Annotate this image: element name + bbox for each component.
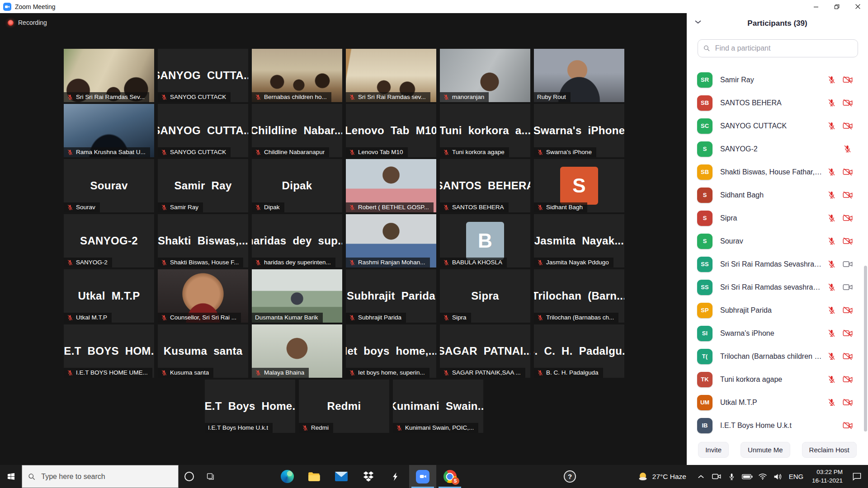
edge-button[interactable]	[274, 465, 301, 488]
participant-row[interactable]: SPSubhrajit Parida	[687, 299, 868, 322]
chevron-down-icon[interactable]	[694, 19, 702, 24]
video-tile[interactable]: Trilochan (Barn... Trilochan (Barnabas c…	[534, 269, 624, 323]
participant-search-input[interactable]	[714, 44, 852, 53]
video-tile[interactable]: Dusmanta Kumar Barik	[252, 269, 342, 323]
tile-name-text: Counsellor, Sri Sri Rai ...	[170, 314, 236, 321]
taskbar-search-box[interactable]	[22, 465, 179, 488]
participant-row[interactable]: SISwarna's iPhone	[687, 322, 868, 345]
tile-name-label: Dusmanta Kumar Barik	[252, 313, 323, 323]
tray-battery[interactable]	[740, 465, 755, 488]
video-tile[interactable]: Malaya Bhaina	[252, 324, 342, 378]
video-tile[interactable]: SAGAR PATNAI... SAGAR PATNAIK,SAA ...	[440, 324, 530, 378]
tray-meet-now[interactable]	[709, 465, 724, 488]
tile-name-label: SANTOS BEHERA	[440, 202, 509, 212]
tile-name-text: Sri Sri Rai Ramdas Sev...	[76, 94, 145, 100]
participant-row[interactable]: SBSANTOS BEHERA	[687, 91, 868, 114]
video-tile[interactable]: SANYOG CUTTA... SANYOG CUTTACK	[158, 49, 248, 102]
video-tile[interactable]: Samir Ray Samir Ray	[158, 159, 248, 212]
video-tile[interactable]: Shakti Biswas,... Shakti Biswas, House F…	[158, 214, 248, 267]
participant-row[interactable]: SRSamir Ray	[687, 68, 868, 91]
video-tile[interactable]: Lenovo Tab M10 Lenovo Tab M10	[346, 104, 436, 157]
restore-button[interactable]	[826, 0, 847, 13]
video-tile[interactable]: I.E.T BOYS HOM... I.E.T BOYS HOME UME...	[64, 324, 154, 378]
chrome-taskbar-button[interactable]: S	[436, 465, 463, 488]
video-tile[interactable]: Rashmi Ranjan Mohan...	[346, 214, 436, 267]
video-tile[interactable]: Kunimani Swain... Kunimani Swain, POIC,.…	[393, 380, 483, 433]
participant-row[interactable]: IBI.E.T Boys Home U.k.t	[687, 414, 868, 437]
video-tile[interactable]: Rama Krushna Sabat U...	[64, 104, 154, 157]
video-tile-active-speaker[interactable]: Ruby Rout	[534, 49, 624, 102]
participant-row[interactable]: SCSANYOG CUTTACK	[687, 114, 868, 137]
tray-wifi[interactable]	[755, 465, 770, 488]
tile-name-text: I.E.T BOYS HOME UME...	[76, 369, 148, 376]
minimize-button[interactable]	[806, 0, 826, 13]
video-tile[interactable]: Sipra Sipra	[440, 269, 530, 323]
video-tile[interactable]: SANYOG CUTTA... SANYOG CUTTACK	[158, 104, 248, 157]
participant-row[interactable]: SSidhant Bagh	[687, 183, 868, 206]
dropbox-button[interactable]	[355, 465, 382, 488]
video-tile[interactable]: S Sidhant Bagh	[534, 159, 624, 212]
unmute-me-button[interactable]: Unmute Me	[741, 442, 790, 458]
participant-row[interactable]: T(Trilochan (Barnabas children hom...	[687, 345, 868, 368]
video-tile[interactable]: Sri Sri Rai Ramdas sev...	[346, 49, 436, 102]
tray-chevron-up[interactable]	[693, 465, 709, 488]
video-tile[interactable]: manoranjan	[440, 49, 530, 102]
participant-row[interactable]: SSipra	[687, 206, 868, 230]
invite-button[interactable]: Invite	[698, 442, 729, 458]
participant-row[interactable]: SSANYOG-2	[687, 137, 868, 160]
video-tile[interactable]: haridas dey sup... haridas dey superinte…	[252, 214, 342, 267]
video-tile[interactable]: Jasmita Nayak... Jasmita Nayak Pddugo	[534, 214, 624, 267]
tray-volume[interactable]	[770, 465, 786, 488]
video-tile[interactable]: Counsellor, Sri Sri Rai ...	[158, 269, 248, 323]
weather-widget[interactable]: 27°C Haze	[637, 471, 686, 482]
video-tile[interactable]: Subhrajit Parida Subhrajit Parida	[346, 269, 436, 323]
video-tile[interactable]: Dipak Dipak	[252, 159, 342, 212]
video-tile[interactable]: Robert ( BETHEL GOSP...	[346, 159, 436, 212]
video-tile[interactable]: Swarna's iPhone Swarna's iPhone	[534, 104, 624, 157]
muted-mic-icon	[161, 314, 167, 321]
tile-name-label: Sipra	[440, 313, 471, 323]
clock-widget[interactable]: 03:22 PM 16-11-2021	[812, 468, 843, 485]
video-tile[interactable]: SANYOG-2 SANYOG-2	[64, 214, 154, 267]
video-tile[interactable]: SANTOS BEHERA SANTOS BEHERA	[440, 159, 530, 212]
taskbar-search-input[interactable]	[40, 472, 172, 481]
action-center-button[interactable]	[847, 465, 866, 488]
video-tile[interactable]: Utkal M.T.P Utkal M.T.P	[64, 269, 154, 323]
shareit-button[interactable]	[382, 465, 409, 488]
participant-row[interactable]: TKTuni korkora agape	[687, 368, 868, 391]
mail-button[interactable]	[328, 465, 355, 488]
file-explorer-button[interactable]	[301, 465, 328, 488]
participant-row[interactable]: SSSri Sri Rai Ramdas sevashram sar...	[687, 276, 868, 299]
video-tile[interactable]: Iet boys home,... Iet boys home, superin…	[346, 324, 436, 378]
video-tile[interactable]: Childline Nabar... Childline Nabaranapur	[252, 104, 342, 157]
tray-microphone[interactable]	[724, 465, 740, 488]
video-tile[interactable]: Kusuma santa Kusuma santa	[158, 324, 248, 378]
participant-row[interactable]: SSourav	[687, 230, 868, 253]
video-tile[interactable]: I.E.T Boys Home...I.E.T Boys Home U.k.t	[205, 380, 295, 433]
participant-row[interactable]: UMUtkal M.T.P	[687, 391, 868, 414]
tile-name-label: Subhrajit Parida	[346, 313, 406, 323]
window-title: Zoom Meeting	[15, 3, 55, 10]
participant-search-box[interactable]	[698, 39, 858, 57]
video-tile[interactable]: B. C. H. Padalgu... B. C. H. Padalguda	[534, 324, 624, 378]
close-button[interactable]	[847, 0, 868, 13]
video-tile[interactable]: Sourav Sourav	[64, 159, 154, 212]
video-tile[interactable]: Bernabas children ho...	[252, 49, 342, 102]
participant-name: Sipra	[720, 214, 823, 222]
help-button[interactable]: ?	[559, 465, 580, 488]
video-tile[interactable]: Tuni korkora a... Tuni korkora agape	[440, 104, 530, 157]
start-button[interactable]	[0, 465, 22, 488]
task-view-button[interactable]	[200, 465, 221, 488]
panel-scrollbar-thumb[interactable]	[864, 266, 867, 432]
participant-row[interactable]: SSSri Sri Rai Ramdas Sevashram Sa...	[687, 253, 868, 276]
video-tile[interactable]: Sri Sri Rai Ramdas Sev...	[64, 49, 154, 102]
reclaim-host-button[interactable]: Reclaim Host	[802, 442, 857, 458]
muted-mic-icon	[396, 425, 402, 431]
participant-row[interactable]: SBShakti Biswas, House Fathar, Rai ...	[687, 160, 868, 183]
language-indicator[interactable]: ENG	[786, 473, 807, 480]
cortana-button[interactable]	[179, 465, 200, 488]
zoom-taskbar-button[interactable]	[409, 465, 436, 488]
video-tile[interactable]: Redmi Redmi	[299, 380, 389, 433]
participant-name: Sourav	[720, 237, 823, 245]
video-tile[interactable]: B BABULA KHOSLA	[440, 214, 530, 267]
